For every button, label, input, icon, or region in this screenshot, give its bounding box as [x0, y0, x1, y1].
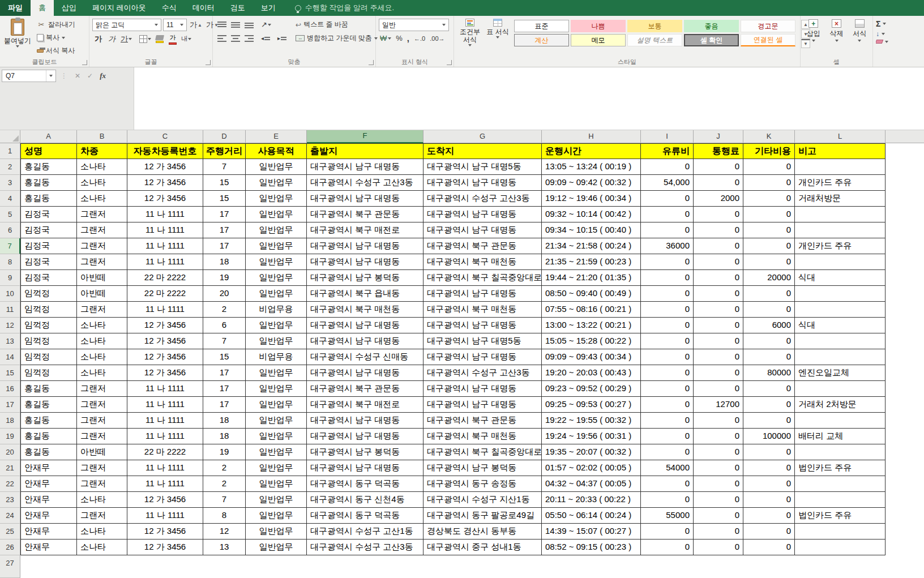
cell-F15[interactable]: 대구광역시 남구 대명동 — [307, 365, 424, 381]
cell-L26[interactable] — [795, 540, 886, 555]
cell-A11[interactable]: 임꺽정 — [20, 302, 77, 318]
name-box[interactable]: Q7 — [2, 70, 56, 82]
cell-J7[interactable]: 0 — [694, 238, 743, 254]
cell-style-bad[interactable]: 나쁨 — [571, 20, 626, 32]
cell-B12[interactable]: 소나타 — [77, 318, 127, 333]
cell-B21[interactable]: 그랜저 — [77, 460, 127, 476]
cell-E24[interactable]: 일반업무 — [246, 508, 307, 524]
tab-데이터[interactable]: 데이터 — [185, 0, 223, 16]
cell-E22[interactable]: 일반업무 — [246, 476, 307, 492]
cell-K21[interactable]: 0 — [743, 460, 795, 476]
row-header-14[interactable]: 14 — [0, 349, 20, 365]
cell-F16[interactable]: 대구광역시 북구 관문동 — [307, 381, 424, 397]
cell-F4[interactable]: 대구광역시 남구 대명동 — [307, 191, 424, 207]
cell-I4[interactable]: 0 — [641, 191, 694, 207]
cell-B9[interactable]: 아반떼 — [77, 270, 127, 286]
cell-D18[interactable]: 18 — [203, 413, 246, 429]
align-bottom-button[interactable] — [243, 19, 255, 31]
cell-F7[interactable]: 대구광역시 남구 대명동 — [307, 238, 424, 254]
cell-C7[interactable]: 11 나 1111 — [127, 238, 203, 254]
cell-D2[interactable]: 7 — [203, 159, 246, 175]
italic-button[interactable]: 가 — [106, 33, 118, 45]
cell-B2[interactable]: 소나타 — [77, 159, 127, 175]
cell-H3[interactable]: 09:09 ~ 09:42 ( 00:32 ) — [542, 175, 641, 191]
cell-D23[interactable]: 7 — [203, 492, 246, 508]
cell-B13[interactable]: 소나타 — [77, 333, 127, 349]
select-all-button[interactable] — [0, 130, 20, 143]
cell-E14[interactable]: 비업무용 — [246, 349, 307, 365]
cell-B26[interactable]: 소나타 — [77, 540, 127, 555]
cut-button[interactable]: ✂ 잘라내기 — [35, 19, 77, 31]
tab-수식[interactable]: 수식 — [154, 0, 185, 16]
cell-A9[interactable]: 김정국 — [20, 270, 77, 286]
column-header-H[interactable]: H — [542, 130, 641, 143]
cell-C22[interactable]: 11 나 1111 — [127, 476, 203, 492]
align-right-button[interactable] — [243, 32, 255, 44]
cell-I7[interactable]: 36000 — [641, 238, 694, 254]
cell-E5[interactable]: 일반업무 — [246, 207, 307, 222]
cell-L16[interactable] — [795, 381, 886, 397]
cell-E8[interactable]: 일반업무 — [246, 254, 307, 270]
cell-L23[interactable] — [795, 492, 886, 508]
column-header-C[interactable]: C — [127, 130, 203, 143]
cell-J25[interactable]: 0 — [694, 524, 743, 540]
tab-검토[interactable]: 검토 — [223, 0, 253, 16]
cell-J3[interactable]: 0 — [694, 175, 743, 191]
cell-E7[interactable]: 일반업무 — [246, 238, 307, 254]
cell-I22[interactable]: 0 — [641, 476, 694, 492]
cell-C25[interactable]: 12 가 3456 — [127, 524, 203, 540]
percent-style-button[interactable]: % — [395, 33, 404, 43]
column-header-A[interactable]: A — [20, 130, 77, 143]
increase-decimal-button[interactable]: ←.0 — [413, 35, 426, 42]
cell-J9[interactable]: 0 — [694, 270, 743, 286]
cell-J11[interactable]: 0 — [694, 302, 743, 318]
cell-C21[interactable]: 11 나 1111 — [127, 460, 203, 476]
cell-D16[interactable]: 17 — [203, 381, 246, 397]
cell-H20[interactable]: 19:35 ~ 20:07 ( 00:32 ) — [542, 444, 641, 460]
row-header-22[interactable]: 22 — [0, 476, 20, 492]
cell-K7[interactable]: 0 — [743, 238, 795, 254]
cell-L5[interactable] — [795, 207, 886, 222]
cell-H24[interactable]: 05:50 ~ 06:14 ( 00:24 ) — [542, 508, 641, 524]
cell-E18[interactable]: 일반업무 — [246, 413, 307, 429]
cell-F26[interactable]: 대구광역시 수성구 고산3동 — [307, 540, 424, 555]
cell-F17[interactable]: 대구광역시 북구 매전로 — [307, 397, 424, 413]
cell-I2[interactable]: 0 — [641, 159, 694, 175]
cell-L10[interactable] — [795, 286, 886, 302]
column-header-E[interactable]: E — [246, 130, 307, 143]
cell-A8[interactable]: 김정국 — [20, 254, 77, 270]
formula-input[interactable] — [134, 67, 924, 130]
cell-D9[interactable]: 19 — [203, 270, 246, 286]
cell-G12[interactable]: 대구광역시 남구 대명동 — [424, 318, 542, 333]
cell-K18[interactable]: 0 — [743, 413, 795, 429]
cell-A18[interactable]: 홍길동 — [20, 413, 77, 429]
cell-style-warning[interactable]: 경고문 — [741, 20, 795, 32]
cell-I26[interactable]: 0 — [641, 540, 694, 555]
cell-E19[interactable]: 일반업무 — [246, 429, 307, 444]
cell-F3[interactable]: 대구광역시 수성구 고산3동 — [307, 175, 424, 191]
row-header-23[interactable]: 23 — [0, 492, 20, 508]
align-top-button[interactable] — [216, 19, 228, 31]
cell-H2[interactable]: 13:05 ~ 13:24 ( 00:19 ) — [542, 159, 641, 175]
cell-C6[interactable]: 11 나 1111 — [127, 222, 203, 238]
cell-I21[interactable]: 54000 — [641, 460, 694, 476]
row-header-27[interactable]: 27 — [0, 555, 20, 578]
row-header-21[interactable]: 21 — [0, 460, 20, 476]
cell-I5[interactable]: 0 — [641, 207, 694, 222]
cell-D4[interactable]: 15 — [203, 191, 246, 207]
tell-me-box[interactable]: 수행할 작업을 알려 주세요. — [295, 0, 394, 16]
comma-style-button[interactable]: , — [406, 33, 410, 44]
cell-D7[interactable]: 17 — [203, 238, 246, 254]
cell-I16[interactable]: 0 — [641, 381, 694, 397]
column-header-K[interactable]: K — [743, 130, 795, 143]
conditional-formatting-button[interactable]: 조건부 서식 — [457, 18, 483, 58]
cell-K16[interactable]: 0 — [743, 381, 795, 397]
cell-G14[interactable]: 대구광역시 남구 대명동 — [424, 349, 542, 365]
cell-F2[interactable]: 대구광역시 남구 대명동 — [307, 159, 424, 175]
cell-D11[interactable]: 2 — [203, 302, 246, 318]
merge-center-button[interactable]: ↔ 병합하고 가운데 맞춤 — [294, 32, 379, 44]
cell-H17[interactable]: 09:25 ~ 09:53 ( 00:27 ) — [542, 397, 641, 413]
cell-K4[interactable]: 0 — [743, 191, 795, 207]
cell-E3[interactable]: 일반업무 — [246, 175, 307, 191]
cell-I17[interactable]: 0 — [641, 397, 694, 413]
